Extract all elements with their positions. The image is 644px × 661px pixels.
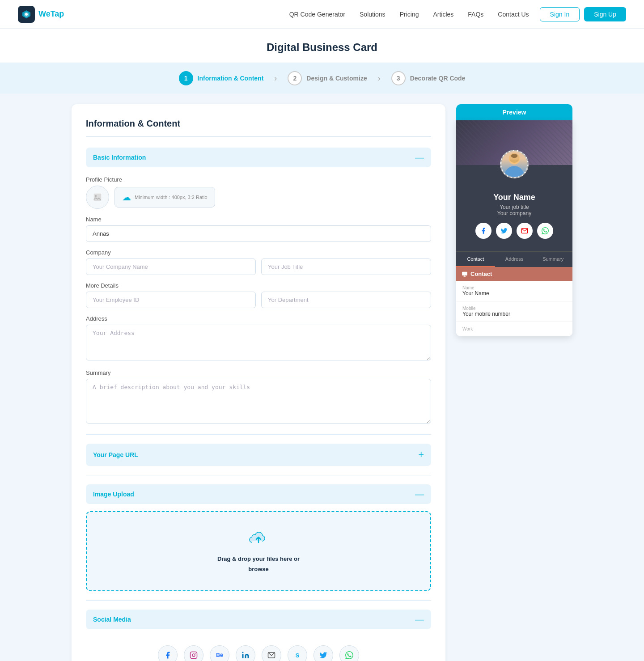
social-media-section-header[interactable]: Social Media —: [86, 610, 431, 629]
preview-contact-section: Contact Name Your Name Mobile Your mobil…: [456, 267, 572, 336]
navbar: WeTap QR Code Generator Solutions Pricin…: [0, 0, 644, 29]
avatar-img: [501, 151, 527, 177]
preview-field-mobile-label: Mobile: [462, 306, 566, 311]
summary-textarea[interactable]: [86, 379, 431, 424]
step-3[interactable]: 3 Decorate QR Code: [391, 71, 466, 85]
preview-avatar-wrap: [500, 150, 529, 178]
signup-button[interactable]: Sign Up: [584, 7, 626, 21]
social-icons-grid: Bē S: [86, 638, 431, 661]
preview-tabs: Contact Address Summary: [456, 251, 572, 267]
svg-rect-16: [511, 154, 518, 158]
social-whatsapp[interactable]: [339, 645, 359, 661]
employee-id-input[interactable]: [86, 292, 256, 308]
nav-links: QR Code Generator Solutions Pricing Arti…: [289, 11, 529, 18]
nav-faqs[interactable]: FAQs: [468, 11, 483, 18]
preview-header: Preview: [456, 104, 572, 120]
name-input[interactable]: [86, 225, 431, 242]
svg-point-2: [25, 13, 28, 16]
preview-tab-address[interactable]: Address: [495, 252, 534, 267]
preview-avatar: [500, 150, 529, 178]
upload-dropzone[interactable]: Drag & drop your files here or browse: [86, 511, 431, 591]
page-url-section[interactable]: Your Page URL +: [86, 444, 431, 466]
address-textarea[interactable]: [86, 325, 431, 360]
preview-tab-contact[interactable]: Contact: [456, 252, 495, 267]
upload-cloud-icon: ☁: [122, 192, 131, 203]
logo[interactable]: WeTap: [18, 6, 64, 23]
nav-pricing[interactable]: Pricing: [400, 11, 419, 18]
preview-fb-icon[interactable]: [475, 223, 491, 239]
step-1-label: Information & Content: [198, 75, 264, 82]
company-row: Company: [86, 249, 431, 275]
page-title: Digital Business Card: [0, 41, 644, 54]
job-title-input[interactable]: [261, 258, 431, 275]
step-3-label: Decorate QR Code: [410, 75, 466, 82]
upload-text: Drag & drop your files here or: [217, 555, 300, 562]
profile-picture-row: Profile Picture ☁ Minimum width : 400px,…: [86, 176, 431, 209]
social-twitter[interactable]: [314, 645, 333, 661]
preview-social-row: [463, 223, 565, 239]
basic-info-section-header[interactable]: Basic Information —: [86, 148, 431, 167]
upload-dropzone-cloud-icon: [249, 530, 268, 552]
svg-point-6: [192, 654, 195, 657]
nav-articles[interactable]: Articles: [433, 11, 453, 18]
nav-qr-code-generator[interactable]: QR Code Generator: [289, 11, 345, 18]
step-1-circle: 1: [179, 71, 193, 85]
profile-picture-label: Profile Picture: [86, 176, 431, 183]
image-upload-section-header[interactable]: Image Upload —: [86, 484, 431, 504]
collapse-icon: —: [415, 153, 424, 162]
summary-label: Summary: [86, 369, 431, 376]
company-label: Company: [86, 249, 431, 256]
signin-button[interactable]: Sign In: [540, 7, 580, 21]
nav-contact-us[interactable]: Contact Us: [498, 11, 529, 18]
basic-info-title: Basic Information: [93, 154, 146, 161]
divider-2: [86, 475, 431, 475]
svg-point-4: [95, 195, 97, 197]
preview-contact-label: Contact: [470, 271, 492, 277]
nav-solutions[interactable]: Solutions: [360, 11, 386, 18]
social-behance[interactable]: Bē: [210, 645, 229, 661]
social-skype[interactable]: S: [288, 645, 307, 661]
preview-company: Your company: [463, 210, 565, 216]
page-url-title: Your Page URL: [93, 451, 138, 458]
preview-contact-header: Contact: [456, 267, 572, 281]
page-url-add-icon: +: [418, 449, 424, 461]
profile-upload-button[interactable]: ☁ Minimum width : 400px, 3:2 Ratio: [114, 187, 215, 208]
company-name-input[interactable]: [86, 258, 256, 275]
preview-field-mobile-value: Your mobile number: [462, 311, 566, 317]
address-label: Address: [86, 315, 431, 322]
preview-field-name-label: Name: [462, 285, 566, 290]
social-email[interactable]: [262, 645, 281, 661]
social-linkedin[interactable]: [236, 645, 255, 661]
browse-link[interactable]: browse: [248, 566, 269, 572]
step-2-label: Design & Customize: [306, 75, 367, 82]
left-panel-title: Information & Content: [86, 119, 431, 137]
department-input[interactable]: [261, 292, 431, 308]
step-arrow-2: ›: [378, 74, 381, 83]
profile-pic-placeholder: [86, 186, 109, 209]
svg-rect-5: [191, 652, 197, 659]
preview-cover: [456, 120, 572, 165]
preview-wa-icon[interactable]: [537, 223, 553, 239]
logo-text: WeTap: [38, 9, 64, 19]
more-details-label: More Details: [86, 282, 431, 289]
preview-field-name-value: Your Name: [462, 290, 566, 297]
preview-tw-icon[interactable]: [496, 223, 512, 239]
preview-card: Your Name Your job title Your company: [456, 120, 572, 336]
social-instagram[interactable]: [184, 645, 203, 661]
preview-field-mobile: Mobile Your mobile number: [456, 301, 572, 322]
svg-point-7: [195, 653, 196, 654]
step-arrow-1: ›: [274, 74, 277, 83]
step-1[interactable]: 1 Information & Content: [179, 71, 264, 85]
svg-point-8: [242, 652, 244, 653]
preview-tab-summary[interactable]: Summary: [534, 252, 572, 267]
preview-em-icon[interactable]: [517, 223, 533, 239]
logo-icon: [18, 6, 35, 23]
preview-field-work: Work: [456, 322, 572, 336]
name-row: Name: [86, 216, 431, 242]
social-facebook[interactable]: [158, 645, 178, 661]
social-media-title: Social Media: [93, 616, 131, 623]
preview-job-title: Your job title: [463, 204, 565, 210]
preview-field-work-label: Work: [462, 326, 566, 331]
more-details-row: More Details: [86, 282, 431, 308]
step-2[interactable]: 2 Design & Customize: [288, 71, 367, 85]
